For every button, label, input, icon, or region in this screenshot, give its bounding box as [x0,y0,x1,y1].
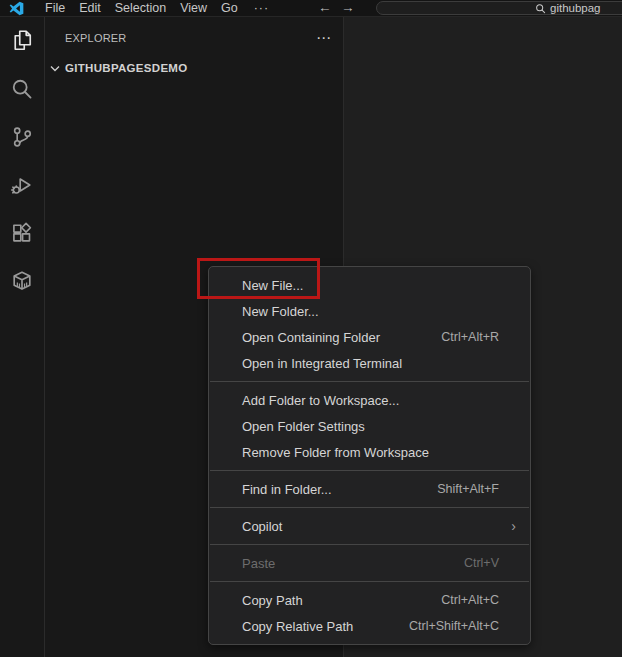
menu-item-label: Copilot [242,519,511,534]
menu-item-new-folder[interactable]: New Folder... [209,298,530,324]
menu-go[interactable]: Go [214,0,245,17]
menu-item-label: Open Folder Settings [242,419,516,434]
menu-item-label: Open Containing Folder [242,330,441,345]
menu-separator [210,544,529,545]
menu-item-shortcut: Shift+Alt+F [437,482,499,496]
menu-item-label: New Folder... [242,304,516,319]
command-center-text: githubpag [550,2,601,14]
activity-bar [0,17,45,657]
menu-item-remove-folder-from-workspace[interactable]: Remove Folder from Workspace [209,439,530,465]
menu-item-open-folder-settings[interactable]: Open Folder Settings [209,413,530,439]
menu-item-label: Remove Folder from Workspace [242,445,516,460]
command-center-searchbox[interactable]: githubpag [376,1,622,15]
activitybar-run-debug[interactable] [0,161,44,209]
extensions-icon [10,221,34,245]
activitybar-search[interactable] [0,65,44,113]
submenu-arrow-icon: › [511,520,516,532]
menu-item-find-in-folder[interactable]: Find in Folder... Shift+Alt+F [209,476,530,502]
files-icon [10,29,34,53]
menu-item-paste: Paste Ctrl+V [209,550,530,576]
vscode-logo-icon [8,0,25,17]
git-branch-icon [10,125,34,149]
search-icon [10,77,34,101]
search-icon [535,3,546,14]
activitybar-source-control[interactable] [0,113,44,161]
run-debug-icon [10,173,34,197]
chevron-down-icon [50,65,60,72]
menu-item-new-file[interactable]: New File... [209,272,530,298]
menu-item-label: Copy Relative Path [242,619,409,634]
menu-item-copilot[interactable]: Copilot › [209,513,530,539]
menu-separator [210,381,529,382]
menu-view[interactable]: View [173,0,214,17]
vscode-window: File Edit Selection View Go ··· ← → gith… [0,0,622,657]
menu-edit[interactable]: Edit [72,0,108,17]
explorer-context-menu: New File... New Folder... Open Containin… [208,266,531,645]
menu-item-shortcut: Ctrl+Alt+R [441,330,499,344]
menu-item-open-containing-folder[interactable]: Open Containing Folder Ctrl+Alt+R [209,324,530,350]
workspace-folder-row[interactable]: GITHUBPAGESDEMO [45,57,343,79]
activitybar-containers[interactable] [0,257,44,305]
activitybar-explorer[interactable] [0,17,44,65]
menu-item-label: Find in Folder... [242,482,437,497]
menu-item-copy-relative-path[interactable]: Copy Relative Path Ctrl+Shift+Alt+C [209,613,530,639]
explorer-title: EXPLORER [65,32,127,44]
cube-icon [10,269,34,293]
explorer-more-actions-icon[interactable]: ⋯ [316,33,331,43]
menu-item-copy-path[interactable]: Copy Path Ctrl+Alt+C [209,587,530,613]
explorer-header: EXPLORER ⋯ [65,32,331,44]
menu-item-label: Add Folder to Workspace... [242,393,516,408]
nav-back-icon[interactable]: ← [318,0,332,17]
menu-file[interactable]: File [38,0,72,17]
menu-separator [210,581,529,582]
menu-item-add-folder-to-workspace[interactable]: Add Folder to Workspace... [209,387,530,413]
menu-more-icon[interactable]: ··· [245,1,279,15]
menu-item-shortcut: Ctrl+Alt+C [441,593,499,607]
menu-item-label: Paste [242,556,464,571]
activitybar-extensions[interactable] [0,209,44,257]
menu-item-label: New File... [242,278,516,293]
menu-item-label: Copy Path [242,593,441,608]
menu-selection[interactable]: Selection [108,0,173,17]
menu-item-shortcut: Ctrl+Shift+Alt+C [409,619,499,633]
title-bar: File Edit Selection View Go ··· ← → gith… [0,0,622,17]
menu-item-label: Open in Integrated Terminal [242,356,516,371]
menu-separator [210,470,529,471]
menu-separator [210,507,529,508]
nav-forward-icon[interactable]: → [341,0,355,17]
menu-bar: File Edit Selection View Go ··· [38,0,278,17]
menu-item-open-integrated-terminal[interactable]: Open in Integrated Terminal [209,350,530,376]
command-center-content: githubpag [535,2,601,14]
workspace-folder-label: GITHUBPAGESDEMO [65,62,188,74]
menu-item-shortcut: Ctrl+V [464,556,499,570]
